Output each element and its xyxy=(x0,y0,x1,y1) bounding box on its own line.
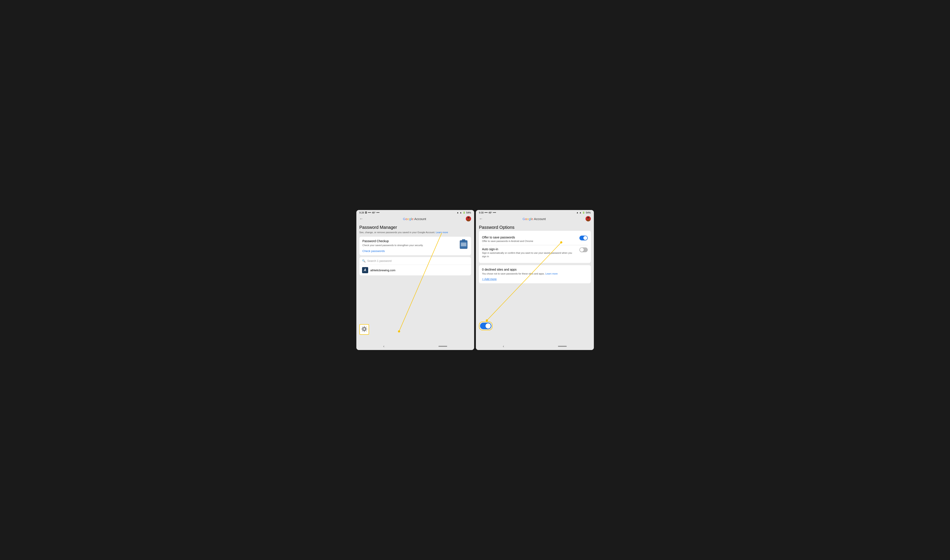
offer-title: Offer to save passwords xyxy=(482,235,577,239)
temp-right: 48° xyxy=(488,211,492,214)
checkup-desc: Check your saved passwords to strengthen… xyxy=(362,244,424,247)
bottom-nav-left: ‹ xyxy=(356,342,474,350)
battery-pct-right: 54% xyxy=(586,211,591,214)
learn-more-link-pm[interactable]: Learn more xyxy=(436,231,448,234)
nav-bar-left: ← Google Account xyxy=(356,215,474,223)
google-account-logo-left: Google Account xyxy=(366,217,463,221)
home-indicator-left[interactable] xyxy=(438,346,447,347)
svg-rect-8 xyxy=(461,245,466,246)
signal-bars-right: •••• xyxy=(493,212,496,214)
settings-gear-highlighted[interactable] xyxy=(359,324,369,335)
autosign-toggle[interactable] xyxy=(580,248,588,252)
cell-icon: ▲ xyxy=(460,212,462,214)
wifi-icon: ▲ xyxy=(456,212,459,214)
password-checkup-card: Password Checkup Check your saved passwo… xyxy=(359,237,471,255)
autosign-text: Auto sign-in Sign in automatically or co… xyxy=(482,248,580,258)
offer-text: Offer to save passwords Offer to save pa… xyxy=(482,235,580,243)
notification-icon: 🖼 xyxy=(365,212,367,214)
offer-to-save-row: Offer to save passwords Offer to save pa… xyxy=(482,234,588,245)
autosign-desc: Sign in automatically or confirm that yo… xyxy=(482,251,577,258)
avatar-right[interactable] xyxy=(586,216,591,222)
big-toggle-control[interactable] xyxy=(480,323,491,329)
declined-title: 0 declined sites and apps xyxy=(482,268,588,271)
search-bar[interactable]: 🔍 Search 1 password xyxy=(359,257,471,265)
site-icon: A xyxy=(362,267,368,273)
checkup-card-header: Password Checkup Check your saved passwo… xyxy=(362,239,468,249)
back-nav-btn-right[interactable]: ‹ xyxy=(503,344,504,348)
nav-bar-right: ← Google Account xyxy=(476,215,594,223)
search-icon: 🔍 xyxy=(362,259,366,263)
clipboard-icon xyxy=(459,239,468,249)
auto-signin-row: Auto sign-in Sign in automatically or co… xyxy=(482,245,588,260)
autosign-title: Auto sign-in xyxy=(482,248,577,251)
big-toggle-thumb xyxy=(486,323,491,329)
status-bar-left: 9:28 🖼 •••• 48° •••• ▲ ▲ 🔋 54% xyxy=(356,210,474,215)
site-name: athleticbrewing.com xyxy=(370,269,396,272)
declined-sites-card: 0 declined sites and apps You chose not … xyxy=(479,265,591,283)
page-desc-left: See, change, or remove passwords you sav… xyxy=(359,231,471,234)
svg-rect-5 xyxy=(462,239,465,241)
back-button-left[interactable]: ← xyxy=(359,217,363,221)
home-indicator-right[interactable] xyxy=(558,346,567,347)
page-content-right: Password Options Offer to save passwords… xyxy=(476,223,594,342)
svg-point-9 xyxy=(363,328,366,330)
bottom-nav-right: ‹ xyxy=(476,342,594,350)
toggle-thumb-offer xyxy=(583,236,587,240)
back-button-right[interactable]: ← xyxy=(479,217,483,221)
wifi-icon-right: ▲ xyxy=(576,212,578,214)
svg-rect-6 xyxy=(461,243,466,243)
toggle-thumb-autosign xyxy=(580,248,584,252)
offer-toggle[interactable] xyxy=(580,235,588,240)
add-more-link[interactable]: + Add more xyxy=(482,277,588,281)
svg-point-15 xyxy=(587,220,590,222)
google-account-logo-right: Google Account xyxy=(486,217,583,221)
battery-icon: 🔋 xyxy=(463,212,465,214)
offer-desc: Offer to save passwords in Android and C… xyxy=(482,240,577,243)
signal-dots-right: •••• xyxy=(484,212,487,214)
page-content-left: Password Manager See, change, or remove … xyxy=(356,223,474,342)
svg-point-2 xyxy=(467,220,470,222)
status-bar-right: 9:30 •••• 48° •••• ▲ ▲ 🔋 54% xyxy=(476,210,594,215)
back-nav-btn-left[interactable]: ‹ xyxy=(383,344,384,348)
checkup-title: Password Checkup xyxy=(362,239,424,243)
time-left: 9:28 xyxy=(359,211,364,214)
signal-bars-left: •••• xyxy=(376,212,379,214)
learn-more-declined[interactable]: Learn more xyxy=(545,272,558,275)
battery-pct-left: 54% xyxy=(466,211,471,214)
page-title-left: Password Manager xyxy=(359,225,471,230)
temp-left: 48° xyxy=(372,211,376,214)
battery-icon-right: 🔋 xyxy=(582,212,585,214)
svg-rect-7 xyxy=(461,244,466,245)
search-placeholder: Search 1 password xyxy=(367,259,392,263)
check-passwords-link[interactable]: Check passwords xyxy=(362,249,468,253)
svg-rect-16 xyxy=(587,217,589,218)
password-list-item[interactable]: A athleticbrewing.com xyxy=(359,265,471,275)
big-toggle-highlighted[interactable] xyxy=(479,322,492,330)
declined-desc: You chose not to save passwords for thes… xyxy=(482,272,588,275)
page-title-right: Password Options xyxy=(479,225,591,230)
signal-dots: •••• xyxy=(368,212,371,214)
avatar-left[interactable] xyxy=(466,216,471,222)
cell-icon-right: ▲ xyxy=(580,212,581,214)
options-card: Offer to save passwords Offer to save pa… xyxy=(479,231,591,263)
time-right: 9:30 xyxy=(479,211,484,214)
svg-rect-3 xyxy=(467,217,469,218)
checkup-text-area: Password Checkup Check your saved passwo… xyxy=(362,239,424,249)
gear-icon xyxy=(361,326,368,332)
